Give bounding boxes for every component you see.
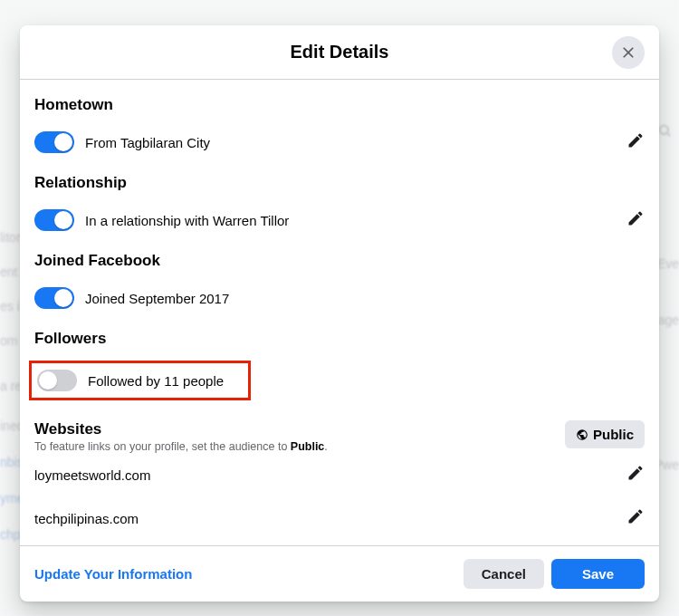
- edit-details-modal: Edit Details Hometown From Tagbilaran Ci…: [20, 25, 659, 602]
- section-label: Joined Facebook: [34, 252, 645, 270]
- modal-footer: Update Your Information Cancel Save: [20, 545, 659, 602]
- website-link: loymeetsworld.com: [34, 467, 150, 483]
- row-left: In a relationship with Warren Tillor: [34, 209, 289, 231]
- audience-public-button[interactable]: Public: [565, 420, 645, 448]
- sub-bold: Public: [291, 440, 325, 453]
- edit-icon[interactable]: [626, 464, 645, 486]
- joined-text: Joined September 2017: [85, 291, 229, 306]
- row-left: Followed by 11 people: [37, 370, 224, 391]
- toggle-knob: [39, 371, 57, 390]
- row-hometown: From Tagbilaran City: [34, 125, 645, 159]
- hometown-text: From Tagbilaran City: [85, 135, 210, 150]
- section-hometown: Hometown From Tagbilaran City: [34, 85, 645, 163]
- globe-icon: [576, 428, 588, 441]
- section-label: Relationship: [34, 174, 645, 192]
- toggle-followers[interactable]: [37, 370, 77, 391]
- section-label: Hometown: [34, 96, 645, 114]
- cancel-button[interactable]: Cancel: [464, 559, 544, 589]
- modal-title: Edit Details: [291, 42, 389, 63]
- websites-subtitle: To feature links on your profile, set th…: [34, 440, 328, 453]
- website-link: techpilipinas.com: [34, 511, 139, 526]
- row-joined: Joined September 2017: [34, 281, 645, 315]
- section-joined: Joined Facebook Joined September 2017: [34, 241, 645, 319]
- toggle-hometown[interactable]: [34, 131, 74, 153]
- section-label: Followers: [34, 330, 645, 348]
- followers-highlight: Followed by 11 people: [29, 361, 251, 400]
- update-info-link[interactable]: Update Your Information: [34, 566, 192, 582]
- section-websites-header: Websites To feature links on your profil…: [34, 404, 645, 453]
- modal-header: Edit Details: [20, 25, 659, 80]
- toggle-relationship[interactable]: [34, 209, 74, 231]
- toggle-knob: [54, 211, 72, 229]
- toggle-joined[interactable]: [34, 287, 74, 309]
- save-button[interactable]: Save: [551, 559, 645, 589]
- toggle-knob: [54, 133, 72, 151]
- section-label: Websites: [34, 420, 328, 438]
- edit-icon[interactable]: [626, 131, 645, 153]
- row-followers: Followed by 11 people: [37, 365, 224, 396]
- modal-overlay: Edit Details Hometown From Tagbilaran Ci…: [0, 0, 679, 616]
- website-row: techpilipinas.com: [34, 496, 645, 540]
- edit-icon[interactable]: [626, 507, 645, 529]
- edit-icon[interactable]: [626, 209, 645, 231]
- relationship-text: In a relationship with Warren Tillor: [85, 213, 289, 228]
- sub-post: .: [324, 440, 327, 453]
- public-label: Public: [593, 427, 634, 442]
- row-left: Joined September 2017: [34, 287, 229, 309]
- section-followers: Followers Followed by 11 people: [34, 319, 645, 404]
- row-left: From Tagbilaran City: [34, 131, 210, 153]
- website-row: loymeetsworld.com: [34, 453, 645, 496]
- section-relationship: Relationship In a relationship with Warr…: [34, 163, 645, 241]
- close-button[interactable]: [612, 36, 645, 69]
- followers-text: Followed by 11 people: [88, 373, 224, 389]
- sub-pre: To feature links on your profile, set th…: [34, 440, 291, 453]
- close-icon: [619, 43, 637, 62]
- toggle-knob: [54, 289, 72, 307]
- footer-actions: Cancel Save: [464, 559, 645, 589]
- modal-body: Hometown From Tagbilaran City Relationsh…: [20, 80, 659, 545]
- row-relationship: In a relationship with Warren Tillor: [34, 203, 645, 237]
- websites-titleblock: Websites To feature links on your profil…: [34, 420, 328, 453]
